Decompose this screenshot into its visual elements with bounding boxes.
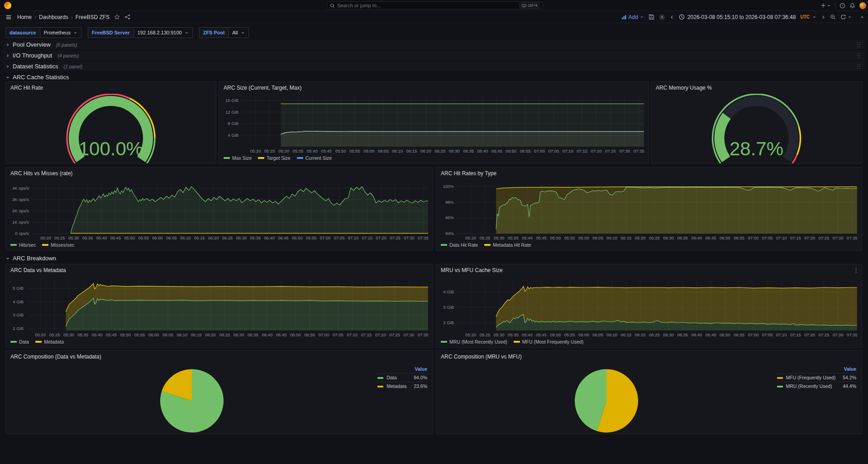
svg-text:06:40: 06:40 (262, 332, 272, 337)
svg-text:05:50: 05:50 (335, 148, 346, 153)
row-pool-overview[interactable]: Pool Overview (6 panels) (3, 40, 865, 49)
help-icon[interactable]: ? (839, 3, 845, 9)
legend-item[interactable]: Hits/sec (10, 242, 36, 248)
svg-text:06:35: 06:35 (677, 332, 688, 337)
panel-title[interactable]: ARC Hit Rates by Type (436, 167, 862, 179)
time-shift-back-icon[interactable] (670, 15, 674, 19)
time-shift-forward-icon[interactable] (821, 15, 825, 19)
svg-text:07:05: 07:05 (548, 148, 559, 153)
legend-row[interactable]: Data94.0% (377, 373, 428, 382)
chevron-down-icon (185, 31, 189, 35)
refresh-icon[interactable] (840, 14, 852, 20)
svg-text:4 GiB: 4 GiB (13, 299, 24, 304)
legend-value-header: Value (836, 365, 857, 373)
search-box[interactable]: ctrl+k (327, 1, 543, 10)
arc-hits-misses-chart[interactable]: 05:2005:2505:3005:3505:4005:4505:5005:55… (6, 179, 433, 241)
share-icon[interactable] (124, 14, 130, 20)
svg-text:06:00: 06:00 (152, 235, 163, 240)
arc-composition-pie[interactable] (439, 363, 774, 434)
row-drag-handle[interactable] (857, 53, 861, 58)
grafana-logo-icon[interactable] (4, 2, 11, 9)
svg-text:1K ops/s: 1K ops/s (12, 220, 29, 225)
svg-text:06:30: 06:30 (663, 235, 674, 240)
row-io-throughput[interactable]: I/O Throughput (4 panels) (3, 51, 865, 60)
svg-text:06:20: 06:20 (635, 332, 646, 337)
svg-text:3 GiB: 3 GiB (13, 312, 24, 317)
collapse-toolbar-icon[interactable] (860, 15, 864, 19)
variable-value-dropdown[interactable]: Prometheus (40, 27, 81, 38)
panel-title[interactable]: ARC Hit Rate (6, 82, 216, 94)
panel-title[interactable]: MRU vs MFU Cache Size (436, 264, 862, 276)
panel-title[interactable]: ARC Data vs Metadata (6, 264, 433, 276)
svg-text:07:35: 07:35 (847, 332, 858, 337)
settings-gear-icon[interactable] (659, 14, 665, 20)
variable-value-dropdown[interactable]: 192.168.2.130:9100 (134, 27, 193, 38)
user-avatar[interactable] (859, 2, 866, 9)
row-arc-cache-statistics[interactable]: ARC Cache Statistics (3, 72, 865, 82)
legend-row[interactable]: MFU (Frequently Used)54.2% (777, 373, 857, 382)
legend-row[interactable]: Metadata23.6% (377, 382, 428, 391)
zoom-out-icon[interactable] (830, 14, 836, 20)
arc-hit-rate-gauge[interactable]: 100.0% (6, 94, 216, 163)
mru-mfu-chart[interactable]: 05:2005:2505:3005:3505:4005:4505:5005:55… (436, 276, 862, 338)
legend-item[interactable]: MRU (Most Recently Used) (441, 339, 507, 344)
row-drag-handle[interactable] (857, 42, 861, 48)
svg-text:07:05: 07:05 (762, 332, 773, 337)
row-title: Dataset Statistics (13, 63, 58, 70)
arc-composition-pie[interactable] (15, 363, 368, 434)
breadcrumb-home[interactable]: Home (17, 14, 32, 20)
new-menu-button[interactable] (820, 3, 831, 8)
chevron-down-icon (241, 31, 245, 35)
legend-item[interactable]: Data Hit Rate (441, 242, 478, 248)
svg-text:07:10: 07:10 (347, 332, 358, 337)
star-icon[interactable] (114, 14, 120, 20)
arc-size-chart[interactable]: 05:2005:2505:3005:3505:4005:4505:5005:55… (219, 94, 649, 154)
mega-menu-icon[interactable] (5, 14, 12, 20)
legend-item[interactable]: Misses/sec (42, 242, 74, 248)
legend-item[interactable]: Data (10, 339, 29, 344)
breadcrumb-dashboard-title[interactable]: FreeBSD ZFS (76, 14, 110, 20)
svg-text:06:45: 06:45 (276, 332, 287, 337)
legend-row[interactable]: MRU (Recently Used)44.4% (777, 382, 857, 391)
svg-text:05:35: 05:35 (508, 235, 519, 240)
legend-item[interactable]: Metadata Hit Rate (484, 242, 531, 248)
panel-title[interactable]: ARC Memory Usage % (651, 82, 862, 94)
legend-item[interactable]: Target Size (258, 155, 291, 161)
legend-item[interactable]: Metadata (35, 339, 64, 344)
arc-data-metadata-chart[interactable]: 05:2005:2505:3005:3505:4005:4505:5005:55… (6, 276, 433, 338)
panel-title[interactable]: ARC Composition (MRU vs MFU) (436, 351, 862, 363)
panel-menu-icon[interactable]: ⋮ (853, 267, 859, 273)
arc-hit-rates-chart[interactable]: 05:2005:2505:3005:3505:4005:4505:5005:55… (436, 179, 862, 241)
svg-text:05:30: 05:30 (278, 148, 289, 153)
svg-text:07:35: 07:35 (634, 148, 644, 153)
svg-text:06:55: 06:55 (304, 332, 315, 337)
row-drag-handle[interactable] (857, 63, 861, 69)
news-bell-icon[interactable] (849, 3, 855, 9)
svg-text:06:10: 06:10 (177, 332, 188, 337)
search-icon (330, 3, 335, 8)
svg-text:07:20: 07:20 (804, 332, 815, 337)
panel-title[interactable]: ARC Size (Current, Target, Max) (219, 82, 649, 94)
variable-value-dropdown[interactable]: All (228, 27, 248, 38)
svg-text:06:05: 06:05 (592, 332, 603, 337)
variable-freebsd-server: FreeBSD Server 192.168.2.130:9100 (88, 27, 193, 38)
legend-item[interactable]: Max Size (224, 155, 252, 161)
svg-text:07:05: 07:05 (762, 235, 773, 240)
arc-memory-gauge[interactable]: 28.7% (651, 94, 862, 163)
time-range-picker[interactable]: 2026-03-08 05:15:10 to 2026-03-08 07:36:… (679, 14, 816, 20)
svg-text:06:20: 06:20 (420, 148, 431, 153)
add-panel-button[interactable]: Add (621, 14, 644, 20)
row-arc-breakdown[interactable]: ARC Breakdown (3, 254, 865, 263)
save-dashboard-icon[interactable] (649, 14, 654, 20)
svg-text:07:10: 07:10 (776, 235, 787, 240)
legend-item[interactable]: MFU (Most Frequently Used) (514, 339, 583, 344)
panel-title[interactable]: ARC Composition (Data vs Metadata) (6, 351, 433, 363)
panel-title[interactable]: ARC Hits vs Misses (rate) (6, 167, 433, 179)
legend-item[interactable]: Current Size (297, 155, 332, 161)
search-input[interactable] (337, 3, 520, 8)
svg-text:05:20: 05:20 (465, 235, 476, 240)
svg-text:0 ops/s: 0 ops/s (15, 231, 29, 236)
row-dataset-statistics[interactable]: Dataset Statistics (1 panel) (3, 62, 865, 71)
breadcrumb-dashboards[interactable]: Dashboards (39, 14, 68, 20)
svg-text:05:55: 05:55 (138, 235, 149, 240)
